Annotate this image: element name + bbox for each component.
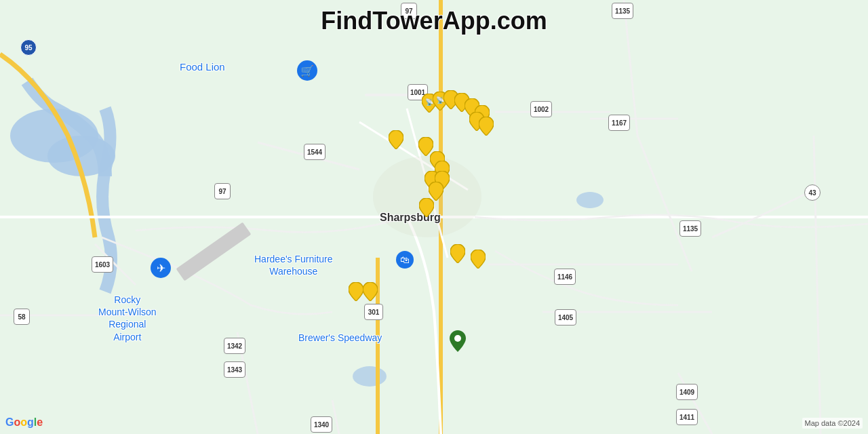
tower-marker-8[interactable] [479,117,494,136]
brewers-speedway-label: Brewer's Speedway [298,332,382,343]
tower-marker-18[interactable] [471,250,486,269]
route-badge-1405: 1405 [555,309,576,326]
hardees-furniture-label: Hardee's FurnitureWarehouse [254,253,333,277]
tower-marker-16[interactable] [419,198,434,217]
route-badge-301: 301 [364,304,383,320]
route-badge-1002: 1002 [530,101,552,117]
route-badge-43: 43 [804,184,821,201]
route-badge-1167: 1167 [608,115,630,131]
google-logo: Google [5,416,43,429]
route-badge-1411: 1411 [676,409,698,425]
route-badge-58: 58 [14,309,30,325]
route-badge-1135-top: 1135 [612,3,633,19]
route-badge-1340: 1340 [311,416,332,433]
route-badge-1409: 1409 [676,384,698,400]
route-badge-1544: 1544 [304,144,326,160]
food-lion-marker[interactable]: 🛒 [297,60,317,81]
airport-marker[interactable]: ✈ [151,258,171,278]
site-title: FindTowerApp.com [321,7,547,35]
svg-point-3 [353,366,387,387]
brewers-speedway-marker[interactable] [450,330,466,355]
map-container: FindTowerApp.com Food Lion Sharpsburg Ha… [0,0,868,434]
food-lion-label: Food Lion [180,61,225,73]
route-badge-1342: 1342 [224,338,245,354]
route-badge-1343: 1343 [224,361,245,378]
airport-label: RockyMount-WilsonRegionalAirport [98,294,157,343]
svg-point-28 [454,335,461,342]
svg-point-4 [576,192,604,208]
svg-point-25 [373,156,481,237]
map-data-text: Map data ©2024 [802,418,863,429]
route-badge-i95: 95 [20,39,37,56]
tower-marker-9[interactable] [389,130,403,149]
route-badge-1146: 1146 [554,269,576,285]
tower-marker-17[interactable] [450,244,465,263]
route-badge-1603: 1603 [92,256,113,273]
route-badge-97-mid: 97 [214,183,231,199]
hardees-marker[interactable]: 🛍 [396,251,414,269]
tower-marker-20[interactable] [363,282,378,301]
route-badge-1135-mid: 1135 [679,220,701,237]
tower-marker-19[interactable] [349,282,363,301]
